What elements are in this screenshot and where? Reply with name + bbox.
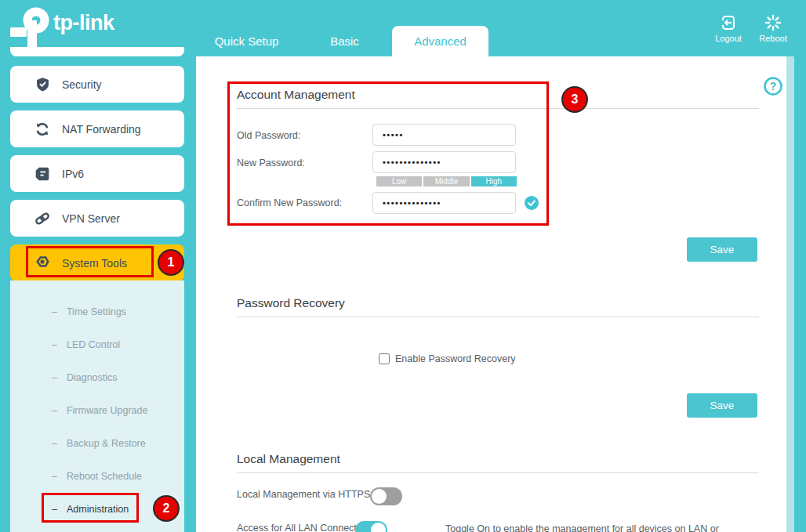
submenu-item-label: Diagnostics	[67, 372, 118, 383]
sidebar-item-partial	[10, 47, 184, 56]
lan-access-toggle[interactable]	[355, 521, 387, 532]
sidebar-item-nat-forwarding[interactable]: NAT Forwarding	[10, 110, 184, 147]
new-password-label: New Password:	[237, 157, 305, 168]
password-match-check-icon	[525, 196, 539, 210]
router-admin-page: tp-link Quick Setup Basic Advanced Logou…	[0, 0, 806, 532]
circular-arrows-icon	[33, 120, 52, 139]
sidebar-item-system-tools[interactable]: System Tools	[10, 244, 184, 281]
section-title-password-recovery: Password Recovery	[237, 296, 345, 310]
old-password-label: Old Password:	[237, 130, 300, 141]
document-icon	[33, 165, 52, 183]
reboot-label: Reboot	[759, 34, 786, 43]
sidebar-item-vpn-server[interactable]: VPN Server	[10, 200, 184, 237]
logout-label: Logout	[715, 34, 742, 43]
sidebar-item-label: VPN Server	[62, 212, 120, 225]
confirm-password-label: Confirm New Password:	[237, 197, 342, 208]
svg-text:?: ?	[770, 80, 777, 92]
submenu-item-administration[interactable]: – Administration	[10, 493, 184, 526]
tp-link-logo-icon	[10, 12, 45, 47]
submenu-item-diagnostics[interactable]: – Diagnostics	[10, 361, 184, 394]
submenu-item-label: LED Control	[67, 339, 120, 350]
chain-link-icon	[33, 209, 52, 228]
section-divider	[237, 472, 759, 473]
sidebar-item-label: NAT Forwarding	[62, 123, 141, 136]
gear-icon	[33, 254, 52, 273]
submenu-item-reboot-schedule[interactable]: – Reboot Schedule	[10, 460, 184, 493]
submenu-item-backup-restore[interactable]: – Backup & Restore	[10, 427, 184, 460]
lan-access-hint-text: Toggle On to enable the management for a…	[445, 523, 759, 532]
tp-link-logo: tp-link	[8, 5, 196, 50]
help-icon[interactable]: ?	[763, 76, 783, 96]
strength-segment-middle: Middle	[423, 176, 469, 186]
enable-password-recovery-label: Enable Password Recovery	[395, 353, 516, 364]
https-management-toggle[interactable]	[370, 487, 402, 505]
submenu-item-label: Time Settings	[67, 306, 126, 317]
section-title-local-management: Local Management	[237, 452, 340, 466]
password-strength-meter: Low Middle High	[376, 176, 517, 186]
sidebar-item-label: IPv6	[62, 168, 84, 180]
section-title-account-management: Account Management	[237, 88, 355, 102]
submenu-item-label: Administration	[67, 504, 129, 515]
old-password-field[interactable]	[372, 124, 516, 146]
sidebar-item-ipv6[interactable]: IPv6	[10, 155, 184, 192]
enable-password-recovery-checkbox[interactable]	[379, 353, 390, 364]
sidebar-item-label: Security	[62, 78, 102, 91]
strength-segment-low: Low	[376, 176, 422, 186]
submenu-item-label: Backup & Restore	[67, 438, 146, 449]
sidebar-item-security[interactable]: Security	[10, 66, 184, 103]
vertical-scrollbar[interactable]	[786, 56, 794, 532]
lan-access-label: Access for All LAN Connected	[237, 523, 368, 532]
section-divider	[237, 108, 759, 109]
tab-basic[interactable]: Basic	[323, 34, 366, 52]
logout-button[interactable]: Logout	[710, 14, 746, 43]
reboot-button[interactable]: Reboot	[755, 14, 791, 43]
tab-quick-setup[interactable]: Quick Setup	[209, 34, 284, 52]
system-tools-submenu: – Time Settings – LED Control – Diagnost…	[10, 280, 184, 532]
logout-icon	[720, 14, 737, 31]
new-password-field[interactable]	[372, 151, 516, 173]
submenu-item-firmware-upgrade[interactable]: – Firmware Upgrade	[10, 394, 184, 427]
section-divider	[237, 317, 759, 317]
save-button-recovery[interactable]: Save	[687, 393, 757, 418]
submenu-item-time-settings[interactable]: – Time Settings	[10, 295, 184, 328]
submenu-item-label: Reboot Schedule	[67, 471, 142, 482]
shield-check-icon	[33, 75, 52, 94]
sidebar-item-label: System Tools	[62, 257, 127, 270]
toggle-knob	[372, 489, 387, 504]
svg-text:tp-link: tp-link	[53, 11, 115, 34]
confirm-password-field[interactable]	[372, 192, 516, 214]
https-management-label: Local Management via HTTPS:	[237, 489, 373, 500]
submenu-item-led-control[interactable]: – LED Control	[10, 328, 184, 361]
reboot-icon	[764, 14, 782, 31]
submenu-item-label: Firmware Upgrade	[67, 405, 148, 416]
toggle-knob	[371, 523, 386, 532]
tab-advanced[interactable]: Advanced	[392, 26, 488, 56]
strength-segment-high: High	[471, 176, 517, 186]
save-button-account[interactable]: Save	[687, 237, 757, 262]
